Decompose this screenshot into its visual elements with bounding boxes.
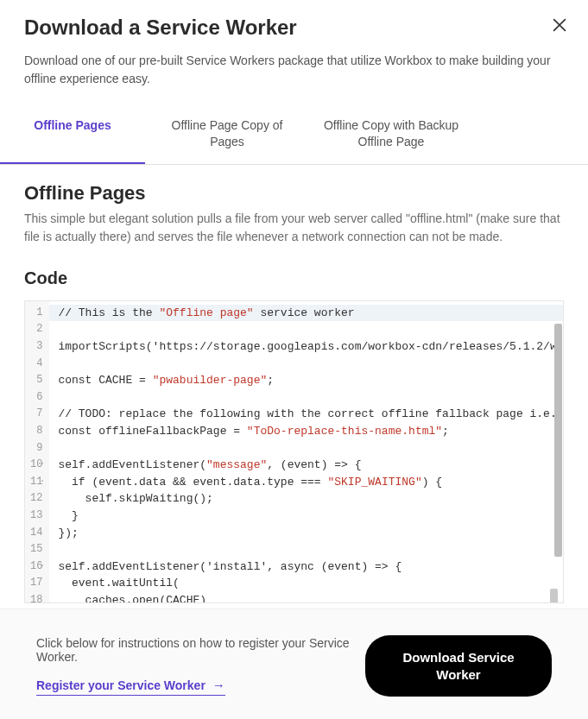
register-sw-link[interactable]: Register your Service Worker → xyxy=(36,678,225,696)
code-line: event.waitUntil( xyxy=(58,575,563,592)
line-number: 4 xyxy=(30,356,42,373)
tab-offline-copy-backup[interactable]: Offline Copy with Backup Offline Page xyxy=(309,104,473,164)
line-number: 11˅ xyxy=(30,474,42,491)
code-editor[interactable]: 12345678910˅11˅1213141516˅1718 // This i… xyxy=(24,300,564,603)
line-number: 8 xyxy=(30,423,42,440)
code-line xyxy=(58,541,563,558)
code-line: self.addEventListener("message", (event)… xyxy=(58,457,563,474)
code-line xyxy=(58,321,563,338)
code-body: // This is the "Offline page" service wo… xyxy=(49,301,563,602)
line-number: 7 xyxy=(30,406,42,423)
close-button[interactable] xyxy=(550,16,569,35)
line-number: 3 xyxy=(30,338,42,356)
download-sw-button[interactable]: Download Service Worker xyxy=(365,635,552,697)
footer-hint: Click below for instructions on how to r… xyxy=(36,636,350,664)
fold-icon[interactable]: ˅ xyxy=(41,457,44,475)
line-number: 5 xyxy=(30,372,42,389)
line-number-gutter: 12345678910˅11˅1213141516˅1718 xyxy=(25,301,49,602)
code-line: importScripts('https://storage.googleapi… xyxy=(58,338,563,356)
section-title: Offline Pages xyxy=(24,182,564,205)
code-line: } xyxy=(58,508,563,525)
code-line: if (event.data && event.data.type === "S… xyxy=(58,474,563,491)
section-description: This simple but elegant solution pulls a… xyxy=(24,210,564,246)
tab-offline-pages[interactable]: Offline Pages xyxy=(0,104,145,164)
line-number: 15 xyxy=(30,541,42,558)
line-number: 9 xyxy=(30,440,42,457)
code-line xyxy=(58,356,563,373)
line-number: 12 xyxy=(30,490,42,508)
content-area: Offline Pages This simple but elegant so… xyxy=(0,165,588,609)
content-scrollbar-thumb[interactable] xyxy=(554,324,562,557)
tabs: Offline Pages Offline Page Copy of Pages… xyxy=(0,104,588,165)
line-number: 2 xyxy=(30,321,42,338)
code-line: // This is the "Offline page" service wo… xyxy=(49,305,563,322)
editor-scrollbar-thumb[interactable] xyxy=(550,589,558,603)
tab-offline-page-copy[interactable]: Offline Page Copy of Pages xyxy=(145,104,309,164)
arrow-right-icon: → xyxy=(212,678,225,692)
code-heading: Code xyxy=(24,268,564,288)
line-number: 14 xyxy=(30,525,42,542)
line-number: 16˅ xyxy=(30,558,42,576)
modal-subtitle: Download one of our pre-built Service Wo… xyxy=(0,40,588,88)
line-number: 1 xyxy=(30,305,42,322)
line-number: 17 xyxy=(30,575,42,592)
code-line: const offlineFallbackPage = "ToDo-replac… xyxy=(58,423,563,440)
code-line: self.addEventListener('install', async (… xyxy=(58,558,563,576)
fold-icon[interactable]: ˅ xyxy=(41,559,44,577)
code-line: const CACHE = "pwabuilder-page"; xyxy=(58,372,563,389)
line-number: 13 xyxy=(30,508,42,525)
fold-icon[interactable]: ˅ xyxy=(41,475,44,492)
code-line xyxy=(58,389,563,407)
line-number: 10˅ xyxy=(30,457,42,474)
code-line: caches.open(CACHE) xyxy=(58,592,563,602)
footer: Click below for instructions on how to r… xyxy=(0,609,588,719)
code-line: }); xyxy=(58,525,563,542)
register-sw-link-text: Register your Service Worker xyxy=(36,678,205,692)
code-line: // TODO: replace the following with the … xyxy=(58,406,563,423)
close-icon xyxy=(550,16,569,35)
modal-title: Download a Service Worker xyxy=(24,16,564,40)
code-line xyxy=(58,440,563,457)
line-number: 18 xyxy=(30,592,42,603)
code-line: self.skipWaiting(); xyxy=(58,490,563,508)
line-number: 6 xyxy=(30,389,42,407)
